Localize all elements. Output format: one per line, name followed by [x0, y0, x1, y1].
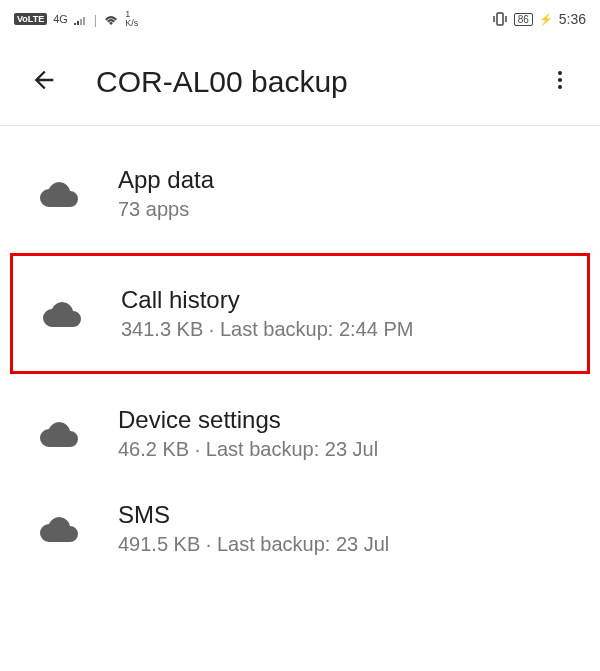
status-left: VoLTE 4G | 1 K/s: [14, 10, 138, 28]
back-button[interactable]: [30, 66, 58, 98]
backup-item-device-settings[interactable]: Device settings 46.2 KB · Last backup: 2…: [0, 386, 600, 481]
wifi-icon: [103, 13, 119, 25]
backup-item-app-data[interactable]: App data 73 apps: [0, 146, 600, 241]
status-right: 86 ⚡ 5:36: [492, 11, 586, 27]
svg-point-1: [558, 71, 562, 75]
item-text: Call history 341.3 KB · Last backup: 2:4…: [121, 286, 413, 341]
app-bar: COR-AL00 backup: [0, 38, 600, 126]
backup-item-sms[interactable]: SMS 491.5 KB · Last backup: 23 Jul: [0, 481, 600, 576]
cloud-icon: [40, 181, 78, 207]
item-subtitle: 491.5 KB · Last backup: 23 Jul: [118, 533, 389, 556]
svg-point-2: [558, 78, 562, 82]
item-subtitle: 46.2 KB · Last backup: 23 Jul: [118, 438, 378, 461]
item-title: SMS: [118, 501, 389, 529]
item-text: App data 73 apps: [118, 166, 214, 221]
volte-badge: VoLTE: [14, 13, 47, 25]
backup-item-call-history[interactable]: Call history 341.3 KB · Last backup: 2:4…: [0, 241, 600, 386]
backup-list: App data 73 apps Call history 341.3 KB ·…: [0, 126, 600, 576]
status-bar: VoLTE 4G | 1 K/s 86 ⚡ 5:36: [0, 0, 600, 38]
svg-point-3: [558, 85, 562, 89]
item-title: Device settings: [118, 406, 378, 434]
more-vert-icon: [548, 68, 572, 92]
more-button[interactable]: [540, 60, 580, 104]
item-subtitle: 341.3 KB · Last backup: 2:44 PM: [121, 318, 413, 341]
signal-icon: [74, 13, 88, 25]
item-subtitle: 73 apps: [118, 198, 214, 221]
item-title: Call history: [121, 286, 413, 314]
arrow-back-icon: [30, 66, 58, 94]
page-title: COR-AL00 backup: [96, 65, 540, 99]
highlight-box: Call history 341.3 KB · Last backup: 2:4…: [10, 253, 590, 374]
network-type: 4G: [53, 14, 68, 25]
vibrate-icon: [492, 12, 508, 26]
svg-rect-0: [497, 13, 503, 25]
cloud-icon: [43, 301, 81, 327]
cloud-icon: [40, 516, 78, 542]
clock: 5:36: [559, 11, 586, 27]
cloud-icon: [40, 421, 78, 447]
item-text: Device settings 46.2 KB · Last backup: 2…: [118, 406, 378, 461]
charging-icon: ⚡: [539, 13, 553, 26]
item-title: App data: [118, 166, 214, 194]
divider: |: [94, 12, 97, 27]
battery-indicator: 86: [514, 13, 533, 26]
speed-indicator: 1 K/s: [125, 10, 138, 28]
item-text: SMS 491.5 KB · Last backup: 23 Jul: [118, 501, 389, 556]
